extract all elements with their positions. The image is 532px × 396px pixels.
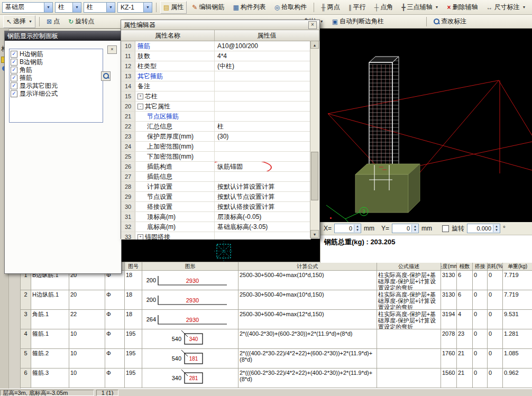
display-option[interactable]: ✓箍筋 bbox=[11, 74, 102, 82]
scroll-up-icon[interactable]: ▲ bbox=[310, 41, 319, 49]
property-value[interactable] bbox=[215, 102, 310, 111]
cell-loss[interactable]: 0 bbox=[488, 329, 503, 349]
cell-shape[interactable]: 2002930 bbox=[142, 290, 239, 310]
scroll-down-icon[interactable]: ▼ bbox=[310, 230, 319, 238]
property-row[interactable]: 20-其它属性 bbox=[121, 102, 310, 112]
component-combo[interactable]: KZ-1 ▼ bbox=[117, 2, 152, 13]
cell-lap[interactable]: 0 bbox=[473, 290, 488, 310]
property-name[interactable]: 备注 bbox=[135, 81, 215, 91]
property-row[interactable]: 15+芯柱 bbox=[121, 91, 310, 102]
cell-formula[interactable]: 2*(((400-2*30-22)/4*2+22)+(600-2*30))+2*… bbox=[239, 349, 377, 369]
property-name[interactable]: 节点设置 bbox=[135, 192, 215, 201]
property-value[interactable]: 按默认搭接设置计算 bbox=[215, 202, 310, 211]
chevron-down-icon[interactable]: ▼ bbox=[29, 20, 32, 23]
cell-count[interactable]: 21 bbox=[457, 369, 473, 388]
point-place-button[interactable]: ⊠ 点 bbox=[43, 15, 63, 28]
cell-desc[interactable] bbox=[377, 369, 441, 388]
cell-shape[interactable]: 2002930 bbox=[142, 271, 239, 290]
table-row[interactable]: 3角筋.122Φ1826429302500-30+500-40+max(12*d… bbox=[21, 310, 532, 329]
property-value[interactable] bbox=[215, 81, 310, 91]
table-row[interactable]: 5箍筋.210Φ1955401812*(((400-2*30-22)/4*2+2… bbox=[21, 349, 532, 369]
display-option[interactable]: ✓角筋 bbox=[11, 66, 102, 74]
vertical-scrollbar[interactable]: ▲ ▼ bbox=[310, 41, 319, 238]
cell-loss[interactable]: 0 bbox=[488, 290, 503, 310]
table-row[interactable]: 6箍筋.310Φ1953402812*(((600-2*30-22)/4*2+2… bbox=[21, 369, 532, 388]
cell-name[interactable]: 箍筋.3 bbox=[31, 369, 69, 388]
property-row[interactable]: 33+锚固搭接 bbox=[121, 232, 310, 240]
property-row[interactable]: 23保护层厚度(mm)(30) bbox=[121, 132, 310, 142]
display-option[interactable]: ✓B边钢筋 bbox=[11, 58, 102, 66]
display-option[interactable]: ✓显示详细公式 bbox=[11, 90, 102, 98]
property-value[interactable]: 按默认计算设置计算 bbox=[215, 182, 310, 191]
cell-unit-weight[interactable]: 0.962 bbox=[503, 369, 532, 388]
table-row[interactable]: 2H边纵筋.120Φ1820029302500-30+500-40+max(10… bbox=[21, 290, 532, 310]
property-row[interactable]: 12柱类型(中柱) bbox=[121, 61, 310, 71]
cell-desc[interactable]: 柱实际高度-保护层+基础厚度-保护层+计算设置设定的弯折 bbox=[377, 271, 441, 290]
cell-shape-no[interactable]: 195 bbox=[125, 329, 142, 349]
two-point-axis-button[interactable]: ╫ 两点 bbox=[318, 1, 343, 14]
edit-rebar-button[interactable]: ✎ 编辑钢筋 bbox=[189, 1, 227, 14]
cell-grade[interactable]: Φ bbox=[105, 369, 125, 388]
cell-shape[interactable]: 340281 bbox=[142, 369, 239, 388]
cell-formula[interactable]: 2*((400-2*30)+(600-2*30))+2*(11.9*d)+(8*… bbox=[239, 329, 377, 349]
property-value[interactable] bbox=[215, 71, 310, 81]
cell-shape-no[interactable]: 195 bbox=[125, 349, 142, 369]
close-icon[interactable]: × bbox=[308, 21, 317, 29]
property-value[interactable] bbox=[215, 232, 310, 240]
property-value[interactable] bbox=[215, 172, 310, 181]
checkbox-icon[interactable]: ✓ bbox=[11, 67, 17, 73]
panel-search-button[interactable] bbox=[101, 71, 111, 81]
cell-grade[interactable]: Φ bbox=[105, 310, 125, 329]
property-name[interactable]: +锚固搭接 bbox=[135, 232, 215, 240]
expand-toggle-icon[interactable]: + bbox=[137, 94, 143, 99]
property-name[interactable]: -其它属性 bbox=[135, 102, 215, 111]
spinner-arrows-icon[interactable]: ▲▼ bbox=[493, 225, 500, 232]
property-row[interactable]: 26插筋构造纵筋锚固 bbox=[121, 162, 310, 172]
property-value[interactable] bbox=[215, 91, 310, 101]
cell-len[interactable]: 1760 bbox=[441, 349, 457, 369]
checkbox-icon[interactable]: ✓ bbox=[11, 82, 17, 89]
cell-shape[interactable]: 540340 bbox=[142, 329, 239, 349]
cell-len[interactable]: 3130 bbox=[441, 271, 457, 290]
cell-unit-weight[interactable]: 1.281 bbox=[503, 329, 532, 349]
property-name[interactable]: 计算设置 bbox=[135, 182, 215, 191]
cell-len[interactable]: 2078 bbox=[441, 329, 457, 349]
property-name[interactable]: 顶标高(m) bbox=[135, 212, 215, 222]
property-name[interactable]: 柱类型 bbox=[135, 61, 215, 71]
property-row[interactable]: 29节点设置按默认节点设置计算 bbox=[121, 192, 310, 202]
cell-name[interactable]: 箍筋.1 bbox=[31, 329, 69, 349]
floor-combo[interactable]: 基础层 ▼ bbox=[2, 2, 53, 13]
cell-formula[interactable]: 2500-30+500-40+max(10*d,150) bbox=[239, 290, 377, 310]
cell-lap[interactable]: 0 bbox=[473, 271, 488, 290]
cell-dia[interactable]: 10 bbox=[69, 349, 105, 369]
property-value[interactable]: A10@100/200 bbox=[215, 41, 310, 51]
table-row[interactable]: 4箍筋.110Φ1955403402*((400-2*30)+(600-2*30… bbox=[21, 329, 532, 349]
property-name[interactable]: 肢数 bbox=[135, 51, 215, 61]
property-name[interactable]: 上加密范围(mm) bbox=[135, 142, 215, 151]
display-option[interactable]: ✓显示其它图元 bbox=[11, 82, 102, 90]
checkbox-icon[interactable]: ✓ bbox=[11, 75, 17, 81]
property-value[interactable]: (中柱) bbox=[215, 61, 310, 71]
expand-toggle-icon[interactable]: - bbox=[137, 104, 143, 109]
property-name[interactable]: 插筋信息 bbox=[135, 172, 215, 181]
property-row[interactable]: 11肢数4*4 bbox=[121, 51, 310, 61]
rotate-checkbox[interactable] bbox=[442, 225, 449, 232]
chevron-down-icon[interactable]: ▼ bbox=[72, 3, 81, 12]
cell-formula[interactable]: 2*(((600-2*30-22)/4*2+22)+(400-2*30))+2*… bbox=[239, 369, 377, 388]
chevron-down-icon[interactable]: ▼ bbox=[44, 3, 52, 12]
cell-shape-no[interactable]: 18 bbox=[125, 290, 142, 310]
three-point-aux-button[interactable]: ╋ 三点辅轴 ▼ bbox=[398, 1, 442, 14]
cell-lap[interactable]: 0 bbox=[473, 310, 488, 329]
property-row[interactable]: 32底标高(m)基础底标高(-3.05) bbox=[121, 222, 310, 232]
cell-shape[interactable]: 2642930 bbox=[142, 310, 239, 329]
cell-len[interactable]: 3130 bbox=[441, 290, 457, 310]
property-row[interactable]: 22汇总信息柱 bbox=[121, 122, 310, 132]
property-value[interactable]: 按默认节点设置计算 bbox=[215, 192, 310, 201]
property-row[interactable]: 27插筋信息 bbox=[121, 172, 310, 182]
rotate-point-button[interactable]: ↻ 旋转点 bbox=[65, 15, 97, 28]
property-value[interactable] bbox=[215, 142, 310, 151]
property-name[interactable]: 搭接设置 bbox=[135, 202, 215, 211]
cell-unit-weight[interactable]: 7.719 bbox=[503, 290, 532, 310]
cell-grade[interactable]: Φ bbox=[105, 329, 125, 349]
auto-judge-corner-button[interactable]: ▣ 自动判断边角柱 bbox=[329, 15, 387, 28]
